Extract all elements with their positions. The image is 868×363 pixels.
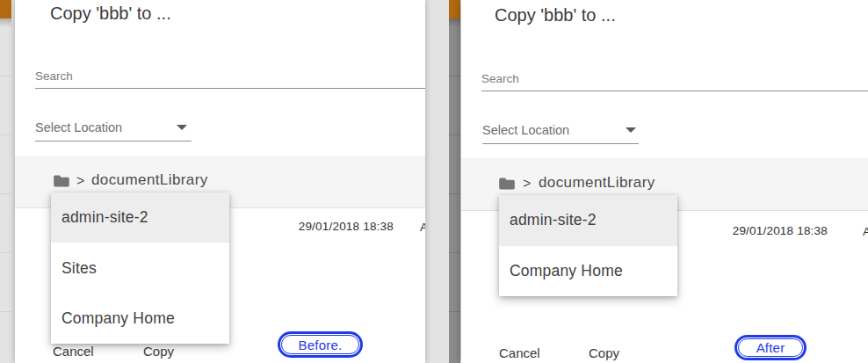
after-annotation-label: After <box>738 338 803 357</box>
chevron-down-icon <box>626 127 636 133</box>
menu-item-company-home[interactable]: Company Home <box>499 246 677 297</box>
copy-button[interactable]: Copy <box>143 343 174 360</box>
app-toolbar-fragment <box>0 0 11 18</box>
app-toolbar-fragment <box>449 0 460 18</box>
breadcrumb-current-folder[interactable]: documentLibrary <box>91 170 208 191</box>
select-location-placeholder: Select Location <box>482 122 569 139</box>
dialog-title: Copy 'bbb' to ... <box>495 4 616 26</box>
row-modified-date: 29/01/2018 18:38 <box>733 223 828 239</box>
folder-icon <box>53 174 70 188</box>
menu-item-admin-site-2[interactable]: admin-site-2 <box>499 195 677 246</box>
search-underline <box>481 91 868 91</box>
cancel-button[interactable]: Cancel <box>499 345 540 362</box>
after-panel: Copy 'bbb' to ... Search Select Location… <box>449 0 868 363</box>
location-options-menu: admin-site-2 Sites Company Home <box>51 192 229 344</box>
breadcrumb-separator: > <box>523 174 531 193</box>
select-location-placeholder: Select Location <box>35 120 122 136</box>
page-edge-backdrop <box>449 0 460 363</box>
menu-item-sites[interactable]: Sites <box>51 243 229 293</box>
dialog-title: Copy 'bbb' to ... <box>50 2 171 25</box>
before-annotation-label: Before. <box>281 335 359 354</box>
select-underline <box>482 143 639 144</box>
row-clipped-text: A <box>420 220 425 236</box>
toolbar-shadow <box>0 18 11 27</box>
after-annotation-badge: After <box>734 335 807 360</box>
toolbar-shadow <box>449 18 460 27</box>
menu-item-company-home[interactable]: Company Home <box>51 294 229 344</box>
page-edge-backdrop <box>0 0 11 363</box>
location-options-menu: admin-site-2 Company Home <box>499 195 677 296</box>
folder-icon <box>498 177 516 191</box>
breadcrumb-current-folder[interactable]: documentLibrary <box>539 172 655 193</box>
cancel-button[interactable]: Cancel <box>53 343 94 360</box>
copy-dialog: Copy 'bbb' to ... Search Select Location… <box>461 0 868 363</box>
menu-item-admin-site-2[interactable]: admin-site-2 <box>51 192 229 243</box>
before-panel: Copy 'bbb' to ... Search Select Location… <box>0 0 449 363</box>
row-clipped-text: A <box>863 224 868 240</box>
copy-button[interactable]: Copy <box>589 345 619 362</box>
before-annotation-badge: Before. <box>278 331 363 358</box>
search-underline <box>35 88 425 89</box>
search-placeholder: Search <box>35 69 73 84</box>
breadcrumb-separator: > <box>76 171 84 191</box>
comparison-screenshot: Copy 'bbb' to ... Search Select Location… <box>0 0 868 363</box>
search-placeholder: Search <box>481 71 519 87</box>
row-modified-date: 29/01/2018 18:38 <box>299 219 394 235</box>
chevron-down-icon <box>177 125 187 130</box>
select-underline <box>35 141 192 142</box>
